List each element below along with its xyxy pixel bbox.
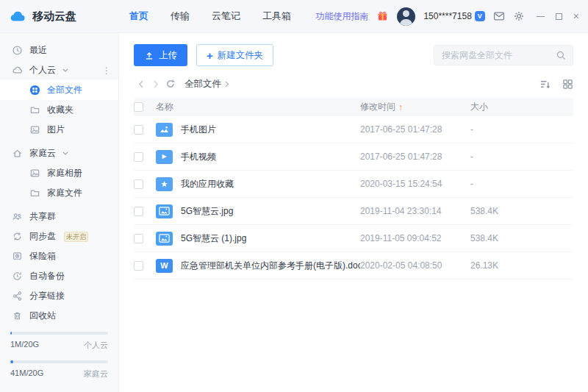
file-name[interactable]: 应急管理部机关单位内部参考手册(电子版).docx [181, 260, 360, 272]
file-size: - [470, 179, 573, 189]
back-button[interactable] [134, 77, 148, 90]
search-input[interactable] [442, 50, 556, 60]
storage-label: 个人云 [84, 340, 108, 351]
header-name[interactable]: 名称 [156, 101, 360, 113]
search-icon[interactable] [556, 50, 567, 61]
chevron-down-icon [62, 68, 68, 72]
sidebar-item-sync-disk[interactable]: 同步盘 未开启 [0, 227, 118, 246]
sidebar-label: 全部文件 [47, 84, 82, 96]
header-modified[interactable]: 修改时间 ↑ [360, 101, 470, 113]
word-file-icon: W [156, 259, 173, 273]
settings-gear-icon[interactable] [513, 10, 525, 22]
table-row[interactable]: ▶ 手机视频 2017-06-25 01:47:28 - [134, 143, 573, 171]
home-icon [12, 148, 23, 159]
all-files-grid-icon [29, 85, 40, 96]
file-size: 538.4K [470, 233, 573, 243]
sidebar-label: 分享链接 [29, 290, 65, 302]
personal-cloud-more-icon[interactable]: ⋮ [102, 65, 111, 76]
sidebar-label: 家庭文件 [47, 187, 82, 199]
file-name[interactable]: 手机图片 [181, 124, 216, 136]
nav-tab-transfer[interactable]: 传输 [171, 10, 190, 23]
search-box[interactable] [434, 45, 573, 65]
share-icon [12, 291, 23, 302]
close-button[interactable]: × [573, 11, 579, 21]
nav-tab-notes[interactable]: 云笔记 [212, 10, 240, 23]
row-checkbox[interactable] [134, 234, 143, 243]
file-name[interactable]: 5G智慧云 (1).jpg [181, 232, 246, 245]
row-checkbox[interactable] [134, 261, 143, 271]
nav-tab-toolbox[interactable]: 工具箱 [262, 10, 291, 23]
breadcrumb-current[interactable]: 全部文件 [184, 78, 221, 90]
grid-view-icon[interactable] [562, 79, 573, 90]
sidebar-item-family-cloud[interactable]: 家庭云 [0, 143, 118, 163]
sidebar-item-personal-cloud[interactable]: 个人云 ⋮ [0, 60, 118, 80]
folder-video-icon: ▶ [156, 150, 173, 164]
sidebar-label: 同步盘 [29, 230, 56, 243]
upload-button[interactable]: 上传 [134, 44, 187, 66]
user-avatar[interactable] [397, 7, 415, 26]
maximize-button[interactable] [556, 13, 562, 20]
new-folder-button[interactable]: + 新建文件夹 [196, 44, 273, 66]
sidebar-item-family-files[interactable]: 家庭文件 [0, 183, 118, 203]
sidebar-label: 家庭相册 [47, 167, 82, 179]
window-controls: × [537, 11, 579, 21]
file-modified: 2020-03-15 15:24:54 [360, 179, 470, 189]
file-size: 538.4K [470, 206, 573, 216]
usage-guide-link[interactable]: 功能使用指南 [315, 10, 368, 23]
account-menu[interactable]: 150****7158 V [423, 11, 484, 21]
folder-star-icon: ★ [156, 177, 173, 191]
sidebar-label: 共享群 [29, 210, 56, 223]
chevron-down-icon [62, 152, 68, 155]
sidebar-item-safe-box[interactable]: 保险箱 [0, 246, 118, 266]
file-name[interactable]: 手机视频 [181, 151, 216, 163]
table-row[interactable]: 手机图片 2017-06-25 01:47:28 - [134, 116, 573, 143]
nav-tab-home[interactable]: 首页 [129, 10, 148, 23]
file-name[interactable]: 5G智慧云.jpg [181, 205, 233, 218]
sidebar-item-recycle-bin[interactable]: 回收站 [0, 306, 118, 326]
sort-list-icon[interactable] [539, 79, 551, 90]
titlebar-right: 功能使用指南 150****7158 V × [315, 7, 588, 26]
sidebar-item-share-links[interactable]: 分享链接 [0, 286, 118, 306]
sidebar-item-pictures[interactable]: 图片 [0, 120, 118, 140]
table-row[interactable]: 5G智慧云 (1).jpg 2019-11-05 09:04:52 538.4K [134, 225, 573, 252]
select-all-checkbox[interactable] [134, 102, 143, 112]
photo-album-icon [29, 168, 40, 179]
file-toolbar: 上传 + 新建文件夹 [119, 33, 588, 75]
sidebar-item-family-album[interactable]: 家庭相册 [0, 163, 118, 183]
plus-icon: + [207, 50, 213, 61]
header-modified-label: 修改时间 [360, 101, 395, 113]
table-row[interactable]: W 应急管理部机关单位内部参考手册(电子版).docx 2020-02-05 0… [134, 252, 573, 279]
folder-icon [29, 104, 40, 115]
view-toggles [539, 79, 573, 90]
gift-icon[interactable] [376, 10, 389, 22]
safe-box-icon [12, 251, 23, 262]
main-panel: 上传 + 新建文件夹 [119, 33, 588, 392]
sidebar-item-all-files[interactable]: 全部文件 [0, 80, 118, 100]
sidebar-item-favorites[interactable]: 收藏夹 [0, 100, 118, 120]
main-nav: 首页 传输 云笔记 工具箱 [129, 10, 291, 23]
header-size[interactable]: 大小 [470, 101, 573, 113]
file-name[interactable]: 我的应用收藏 [181, 178, 234, 190]
breadcrumb-chevron-icon [225, 81, 229, 88]
sidebar-label: 回收站 [29, 310, 56, 322]
image-file-icon [156, 204, 173, 218]
row-checkbox[interactable] [134, 152, 143, 162]
row-checkbox[interactable] [134, 207, 143, 216]
minimize-button[interactable] [537, 16, 545, 17]
storage-usage: 41M/20G [10, 368, 43, 379]
message-icon[interactable] [493, 10, 505, 22]
sidebar-item-auto-backup[interactable]: 自动备份 [0, 266, 118, 286]
refresh-icon[interactable] [163, 77, 178, 90]
row-checkbox[interactable] [134, 179, 143, 189]
forward-button[interactable] [148, 77, 163, 90]
upload-icon [144, 51, 154, 60]
window-body: 最近 个人云 ⋮ 全部文件 收藏夹 图片 [0, 33, 588, 392]
trash-icon [12, 310, 23, 321]
sidebar-item-shared-groups[interactable]: 共享群 [0, 207, 118, 227]
sidebar-item-recent[interactable]: 最近 [0, 40, 118, 60]
table-row[interactable]: 5G智慧云.jpg 2019-11-04 23:30:14 538.4K [134, 198, 573, 225]
table-row[interactable]: ★ 我的应用收藏 2020-03-15 15:24:54 - [134, 171, 573, 198]
file-size: 26.13K [470, 260, 573, 271]
app-window: 移动云盘 首页 传输 云笔记 工具箱 功能使用指南 150****7158 V [0, 0, 588, 392]
row-checkbox[interactable] [134, 125, 143, 135]
